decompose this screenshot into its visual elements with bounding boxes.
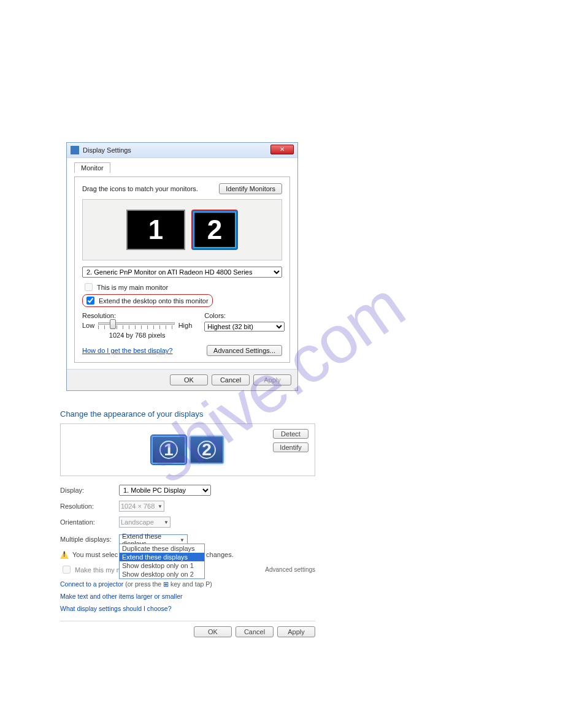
display-2-thumb[interactable]: 2	[190, 436, 224, 464]
display-select[interactable]: 1. Mobile PC Display	[119, 485, 211, 496]
chevron-down-icon: ▼	[164, 520, 169, 525]
dialog-body: Monitor Drag the icons to match your mon…	[67, 157, 297, 369]
monitor-select[interactable]: 2. Generic PnP Monitor on ATI Radeon HD …	[82, 267, 282, 278]
ok-button[interactable]: OK	[194, 626, 232, 637]
connect-projector-link[interactable]: Connect to a projector	[60, 580, 123, 588]
make-main-checkbox[interactable]	[63, 566, 71, 574]
dropdown-option-only1[interactable]: Show desktop only on 1	[120, 561, 204, 570]
multiple-displays-label: Multiple displays:	[60, 536, 114, 543]
titlebar[interactable]: Display Settings ✕	[67, 143, 297, 157]
dialog-button-row: OK Cancel Apply	[67, 369, 297, 390]
cancel-button[interactable]: Cancel	[236, 626, 274, 637]
colors-select[interactable]: Highest (32 bit)	[204, 322, 284, 332]
resolution-slider[interactable]	[98, 322, 174, 325]
display-2-number: 2	[197, 441, 216, 459]
warning-icon	[60, 550, 69, 559]
make-main-label: Make this my ma	[75, 566, 126, 574]
display-arrangement-box: 1 2 Detect Identify	[60, 423, 315, 476]
close-button[interactable]: ✕	[270, 145, 294, 154]
dropdown-option-extend[interactable]: Extend these displays	[120, 553, 204, 561]
identify-monitors-button[interactable]: Identify Monitors	[219, 183, 282, 194]
resolution-select-value: 1024 × 768	[121, 502, 155, 510]
monitor-1-icon[interactable]: 1	[126, 210, 185, 250]
dropdown-option-only2[interactable]: Show desktop only on 2	[120, 570, 204, 578]
multiple-displays-dropdown: Duplicate these displays Extend these di…	[119, 544, 205, 579]
panel-heading: Change the appearance of your displays	[60, 409, 315, 419]
app-icon	[71, 146, 79, 154]
projector-hint-2: key and tap P)	[170, 580, 212, 588]
drag-hint-text: Drag the icons to match your monitors.	[82, 185, 198, 192]
slider-thumb[interactable]	[110, 319, 116, 329]
separator	[60, 621, 315, 621]
resolution-value: 1024 by 768 pixels	[82, 332, 192, 339]
chevron-down-icon: ▼	[158, 504, 163, 509]
extend-desktop-label: Extend the desktop onto this monitor	[99, 297, 209, 305]
resolution-label: Resolution:	[82, 312, 192, 319]
monitor-arrangement-area[interactable]: 1 2	[82, 199, 282, 260]
windows-key-icon: ⊞	[163, 580, 169, 588]
panel-button-row: OK Cancel Apply	[60, 626, 315, 637]
cancel-button[interactable]: Cancel	[212, 374, 250, 385]
display-settings-dialog: Display Settings ✕ Monitor Drag the icon…	[66, 142, 298, 391]
warning-text-prefix: You must selec	[72, 551, 118, 558]
extend-desktop-highlight: Extend the desktop onto this monitor	[82, 294, 213, 307]
detect-button[interactable]: Detect	[273, 429, 308, 439]
advanced-settings-link[interactable]: Advanced settings	[265, 566, 315, 573]
tab-panel: Drag the icons to match your monitors. I…	[74, 176, 290, 363]
display-1-number: 1	[159, 441, 178, 459]
resolution-select[interactable]: 1024 × 768 ▼	[119, 501, 164, 512]
ok-button[interactable]: OK	[170, 374, 208, 385]
dropdown-option-duplicate[interactable]: Duplicate these displays	[120, 544, 204, 553]
slider-high-label: High	[178, 322, 193, 329]
tabstrip: Monitor	[74, 162, 290, 174]
identify-button[interactable]: Identify	[273, 442, 308, 452]
projector-hint-1: (or press the	[125, 580, 163, 588]
main-monitor-label: This is my main monitor	[97, 284, 168, 291]
orientation-select[interactable]: Landscape ▼	[119, 517, 170, 528]
text-size-link[interactable]: Make text and other items larger or smal…	[60, 593, 183, 600]
monitor-2-icon[interactable]: 2	[193, 211, 236, 248]
orientation-field-label: Orientation:	[60, 518, 114, 526]
which-settings-link[interactable]: What display settings should I choose?	[60, 605, 172, 612]
main-monitor-checkbox[interactable]	[85, 283, 93, 291]
orientation-select-value: Landscape	[121, 518, 154, 526]
apply-button[interactable]: Apply	[253, 374, 291, 385]
extend-desktop-checkbox[interactable]	[86, 297, 94, 305]
monitor-2-highlight: 2	[191, 210, 238, 250]
advanced-settings-button[interactable]: Advanced Settings...	[207, 345, 282, 356]
display-field-label: Display:	[60, 487, 114, 494]
window-title: Display Settings	[83, 146, 131, 154]
chevron-down-icon: ▼	[180, 537, 185, 543]
resolution-field-label: Resolution:	[60, 502, 114, 510]
display-1-thumb[interactable]: 1	[151, 436, 186, 464]
help-link[interactable]: How do I get the best display?	[82, 347, 172, 354]
colors-label: Colors:	[204, 312, 284, 319]
slider-low-label: Low	[82, 322, 94, 329]
apply-button[interactable]: Apply	[277, 626, 315, 637]
tab-monitor[interactable]: Monitor	[74, 162, 110, 173]
change-appearance-panel: Change the appearance of your displays 1…	[60, 409, 315, 637]
